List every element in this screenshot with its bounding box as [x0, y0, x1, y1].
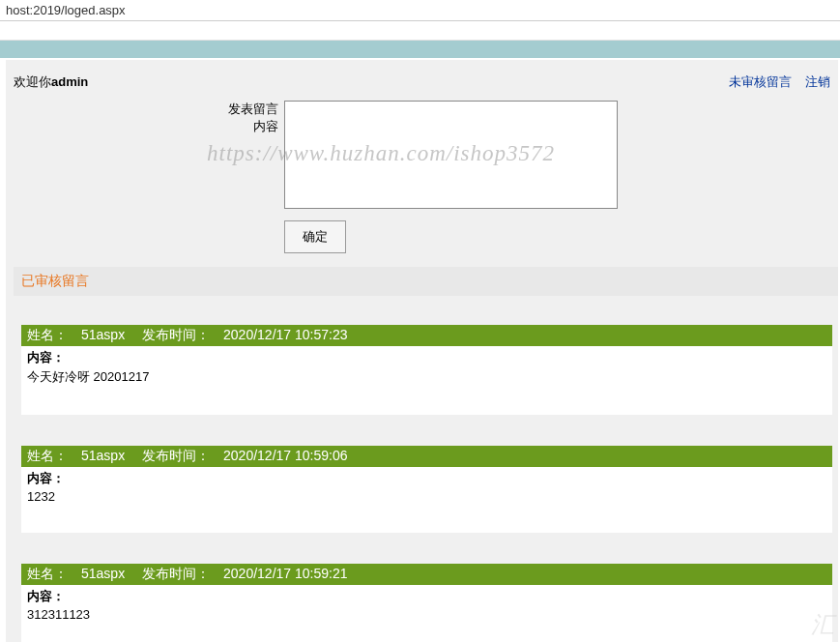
message-time: 2020/12/17 10:59:21 [223, 566, 347, 581]
header-links: 未审核留言 注销 [719, 73, 830, 91]
form-inputs: 确定 [284, 101, 618, 253]
message-name: 51aspx [81, 327, 125, 342]
submit-button[interactable]: 确定 [284, 220, 346, 253]
message-content: 今天好冷呀 20201217 [27, 368, 826, 386]
time-label: 发布时间： [142, 448, 210, 463]
welcome-user: admin [51, 74, 88, 89]
message-block: 姓名：51aspx 发布时间：2020/12/17 10:59:06 内容： 1… [21, 446, 832, 533]
message-content: 1232 [27, 489, 826, 504]
message-block: 姓名：51aspx 发布时间：2020/12/17 10:59:21 内容： 3… [21, 564, 832, 642]
message-body: 内容： 今天好冷呀 20201217 [21, 346, 832, 415]
message-body: 内容： 1232 [21, 467, 832, 533]
form-content-label: 内容 [14, 118, 278, 135]
header-row: 欢迎你admin 未审核留言 注销 [14, 70, 838, 101]
time-label: 发布时间： [142, 566, 210, 581]
form-title: 发表留言 [14, 101, 278, 118]
message-content: 312311123 [27, 607, 826, 622]
message-block: 姓名：51aspx 发布时间：2020/12/17 10:57:23 内容： 今… [21, 325, 832, 415]
form-labels: 发表留言 内容 [14, 101, 284, 253]
top-gap [0, 21, 840, 41]
message-header: 姓名：51aspx 发布时间：2020/12/17 10:59:21 [21, 564, 832, 585]
content-area: 欢迎你admin 未审核留言 注销 发表留言 内容 确定 已审核留言 姓名：51… [6, 60, 838, 642]
message-name: 51aspx [81, 448, 125, 463]
content-textarea[interactable] [284, 101, 618, 209]
message-header: 姓名：51aspx 发布时间：2020/12/17 10:59:06 [21, 446, 832, 467]
pending-link[interactable]: 未审核留言 [729, 74, 792, 89]
message-header: 姓名：51aspx 发布时间：2020/12/17 10:57:23 [21, 325, 832, 346]
message-body: 内容： 312311123 [21, 585, 832, 642]
content-label: 内容： [27, 349, 826, 366]
approved-section-title: 已审核留言 [14, 267, 838, 296]
url-bar[interactable]: host:2019/loged.aspx [0, 0, 840, 21]
content-label: 内容： [27, 470, 826, 487]
name-label: 姓名： [27, 566, 68, 581]
welcome-text: 欢迎你admin [14, 73, 88, 91]
teal-bar [0, 41, 840, 58]
name-label: 姓名： [27, 448, 68, 463]
message-time: 2020/12/17 10:57:23 [223, 327, 347, 342]
logout-link[interactable]: 注销 [805, 74, 830, 89]
name-label: 姓名： [27, 327, 68, 342]
message-time: 2020/12/17 10:59:06 [223, 448, 347, 463]
message-form: 发表留言 内容 确定 [14, 101, 838, 267]
time-label: 发布时间： [142, 327, 210, 342]
url-text: host:2019/loged.aspx [6, 3, 126, 17]
welcome-prefix: 欢迎你 [14, 74, 51, 89]
content-label: 内容： [27, 588, 826, 605]
message-name: 51aspx [81, 566, 125, 581]
